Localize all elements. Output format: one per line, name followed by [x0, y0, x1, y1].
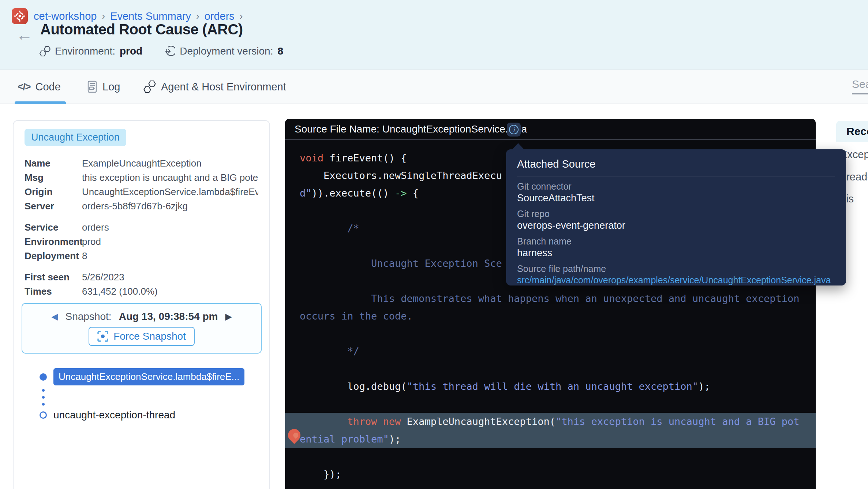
detail-label: Server — [25, 201, 82, 212]
detail-value: this exception is uncaught and a BIG pot… — [82, 172, 258, 183]
source-file-name: Source File Name: UncaughtExceptionServi… — [295, 123, 527, 135]
breadcrumb-item-service[interactable]: orders — [205, 10, 235, 22]
detail-label: Msg — [25, 172, 82, 183]
detail-row: Times631,452 (100.0%) — [25, 286, 258, 300]
tooltip-divider — [517, 176, 835, 176]
tooltip-field-label: Git repo — [517, 209, 835, 219]
back-button[interactable]: ← — [16, 26, 33, 43]
detail-value: 8 — [82, 250, 258, 262]
force-snapshot-icon — [97, 331, 108, 342]
code-line: occurs in the code. — [300, 307, 816, 325]
deployment-icon — [164, 46, 175, 57]
detail-label: Times — [25, 286, 82, 297]
tooltip-field-label: Git connector — [517, 181, 835, 192]
info-button[interactable]: i — [507, 123, 521, 137]
tooltip-field-label: Source file path/name — [517, 264, 835, 274]
environment-hexagons-icon — [40, 45, 50, 57]
page: cet-workshop › Events Summary › orders ›… — [0, 0, 868, 489]
code-line — [300, 325, 816, 343]
detail-label: Name — [25, 158, 82, 169]
detail-row: Environmentprod — [25, 236, 258, 250]
code-line: This demonstrates what happens when an u… — [300, 290, 816, 307]
snapshot-next-button[interactable]: ▶ — [225, 311, 232, 322]
tab-log-label: Log — [102, 81, 120, 93]
tooltip-field-label: Branch name — [517, 236, 835, 247]
tab-code-label: Code — [35, 81, 60, 93]
detail-label: Deployment — [25, 250, 82, 262]
snapshot-prev-button[interactable]: ◀ — [51, 311, 58, 322]
stack-frame-row: UncaughtExceptionService.lambda$fireE... — [25, 368, 258, 385]
stack-frame-item[interactable]: uncaught-exception-thread — [53, 409, 175, 421]
detail-row: Msgthis exception is uncaught and a BIG … — [25, 172, 258, 186]
deployment-value: 8 — [277, 45, 283, 57]
snapshot-box: ◀ Snapshot: Aug 13, 09:38:54 pm ▶ Force … — [22, 303, 262, 354]
detail-row: First seen5/26/2023 — [25, 272, 258, 286]
code-panel-header: Source File Name: UncaughtExceptionServi… — [285, 119, 816, 140]
detail-label: Origin — [25, 186, 82, 198]
detail-row: Serverorders-5b8f97d67b-6zjkg — [25, 201, 258, 215]
tab-bar: </> Code Log Age — [0, 70, 868, 104]
detail-value: 5/26/2023 — [82, 272, 258, 283]
stack-dot-filled-icon — [40, 373, 47, 381]
event-details-card: Uncaught Exception NameExampleUncaughtEx… — [13, 120, 270, 489]
attached-source-tooltip: Attached Source Git connectorSourceAttac… — [506, 149, 846, 285]
breadcrumb-separator: › — [102, 11, 105, 22]
code-icon: </> — [18, 81, 30, 93]
log-icon — [87, 81, 97, 93]
breadcrumb-separator: › — [240, 11, 243, 22]
page-meta: Environment: prod Deployment version: 8 — [40, 45, 283, 57]
force-snapshot-button[interactable]: Force Snapshot — [89, 327, 195, 346]
code-line: ential problem"); — [285, 430, 816, 448]
code-line — [300, 395, 816, 413]
detail-row: OriginUncaughtExceptionService.lambda$fi… — [25, 186, 258, 201]
page-title: Automated Root Cause (ARC) — [40, 21, 243, 38]
hexagons-icon — [143, 80, 156, 93]
code-line: log.debug("this thread will die with an … — [300, 378, 816, 395]
detail-value: prod — [82, 236, 258, 247]
page-header: cet-workshop › Events Summary › orders ›… — [0, 0, 868, 70]
environment-label: Environment: — [55, 45, 115, 57]
tooltip-source-path-link[interactable]: src/main/java/com/overops/examples/servi… — [517, 275, 835, 285]
detail-value: ExampleUncaughtException — [82, 158, 258, 169]
detail-row: Serviceorders — [25, 222, 258, 236]
force-snapshot-label: Force Snapshot — [113, 331, 186, 342]
detail-value: orders-5b8f97d67b-6zjkg — [82, 201, 258, 212]
tooltip-arrow — [512, 143, 524, 150]
tab-log[interactable]: Log — [87, 70, 120, 104]
breadcrumb-links: cet-workshop › Events Summary › orders › — [34, 10, 243, 22]
breadcrumb-separator: › — [196, 11, 199, 22]
stack-connector-dots — [42, 389, 258, 406]
detail-row: NameExampleUncaughtException — [25, 158, 258, 172]
info-icon: i — [509, 125, 519, 134]
detail-value: 631,452 (100.0%) — [82, 286, 258, 297]
detail-value: UncaughtExceptionService.lambda$fireEver — [82, 186, 258, 198]
code-line: throw new ExampleUncaughtException("this… — [285, 413, 816, 430]
app-logo-icon[interactable] — [12, 8, 28, 24]
stack-dot-open-icon — [40, 411, 47, 419]
snapshot-label: Snapshot: — [66, 311, 112, 322]
deployment-label: Deployment version: — [180, 45, 273, 57]
tab-agent-host-environment[interactable]: Agent & Host Environment — [143, 70, 286, 104]
event-type-badge: Uncaught Exception — [25, 129, 126, 146]
tooltip-field-value: SourceAttachTest — [517, 193, 835, 204]
detail-value: orders — [82, 222, 258, 233]
code-line: }); — [300, 466, 816, 483]
snapshot-nav: ◀ Snapshot: Aug 13, 09:38:54 pm ▶ — [51, 311, 232, 322]
stack-frame-selected[interactable]: UncaughtExceptionService.lambda$fireE... — [53, 368, 244, 385]
code-line: */ — [300, 343, 816, 360]
stack-frame-row: uncaught-exception-thread — [25, 409, 258, 421]
tab-code[interactable]: </> Code — [18, 70, 61, 104]
tooltip-field-value: overops-event-generator — [517, 220, 835, 231]
environment-value: prod — [120, 45, 142, 57]
breadcrumb-item-events-summary[interactable]: Events Summary — [110, 10, 191, 22]
tooltip-field-value: harness — [517, 247, 835, 259]
tooltip-fields: Git connectorSourceAttachTestGit repoove… — [517, 181, 835, 285]
code-line — [300, 448, 816, 466]
detail-label: Environment — [25, 236, 82, 247]
right-panel-title: Reco — [846, 125, 868, 138]
search-input[interactable]: Search — [852, 78, 868, 94]
detail-label: Service — [25, 222, 82, 233]
breadcrumb-item-env[interactable]: cet-workshop — [34, 10, 97, 22]
stack-frame-list: UncaughtExceptionService.lambda$fireE...… — [25, 368, 258, 421]
active-tab-indicator — [15, 101, 66, 104]
